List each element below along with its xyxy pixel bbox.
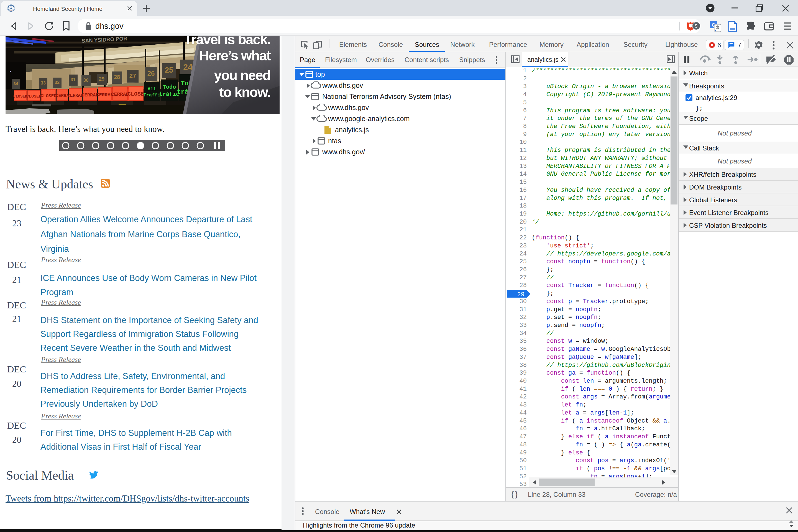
svg-text:30: 30: [83, 78, 89, 83]
svg-text:All: All: [148, 87, 156, 92]
svg-text:Here’s what: Here’s what: [199, 48, 271, 63]
svg-text:CLOSED: CLOSED: [26, 94, 41, 99]
svg-text:CERRAD: CERRAD: [96, 92, 113, 97]
svg-text:32: 32: [55, 80, 60, 85]
svg-text:28: 28: [114, 74, 120, 80]
svg-text:31: 31: [71, 77, 76, 82]
svg-text:27: 27: [129, 72, 136, 79]
svg-text:CERRAD: CERRAD: [67, 93, 83, 98]
svg-text:CLOSED: CLOSED: [40, 94, 57, 99]
svg-text:Travel is back.: Travel is back.: [184, 36, 270, 48]
svg-text:Todo: Todo: [163, 84, 176, 90]
svg-text:CERRAD: CERRAD: [111, 92, 129, 97]
svg-text:to know.: to know.: [219, 84, 270, 100]
svg-text:26: 26: [147, 70, 155, 77]
svg-text:29: 29: [517, 291, 525, 298]
svg-text:29: 29: [99, 76, 104, 82]
svg-text:tráfic: tráfic: [159, 91, 179, 97]
svg-text:24: 24: [183, 62, 193, 72]
svg-text:CLOSE: CLOSE: [128, 91, 144, 97]
svg-text:25: 25: [165, 66, 173, 74]
svg-text:5: 5: [695, 23, 698, 29]
svg-text:Traffi: Traffi: [143, 93, 160, 98]
svg-text:CLOSED: CLOSED: [13, 94, 27, 99]
svg-text:34: 34: [14, 81, 18, 86]
svg-text:you need: you need: [214, 68, 270, 83]
svg-text:33: 33: [41, 81, 46, 86]
svg-text:CERRA: CERRA: [56, 93, 69, 98]
